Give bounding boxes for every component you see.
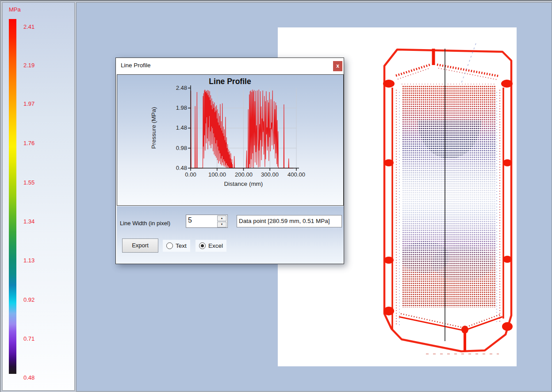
line-profile-dialog: Line Profile x Line Profile — [115, 58, 344, 264]
scale-tick-label: 1.13 — [23, 257, 45, 264]
radio-excel[interactable]: Excel — [196, 240, 226, 252]
manifold-hatch-left-inner — [398, 69, 429, 79]
bottom-chevron-dots-right — [464, 314, 501, 328]
radio-selected-dot — [201, 244, 204, 247]
ytick-label: 0.48 — [169, 165, 187, 172]
spinner-down-icon[interactable]: ▼ — [217, 222, 226, 227]
bottom-chevron-left — [399, 317, 464, 331]
dialog-titlebar[interactable]: Line Profile x — [116, 58, 344, 73]
xtick-label: 400.00 — [284, 171, 309, 178]
close-icon[interactable]: x — [333, 61, 342, 71]
profile-data-series — [191, 90, 293, 168]
color-scale-unit-label: MPa — [9, 6, 21, 13]
y-axis-title: Pressure (MPa) — [150, 97, 157, 159]
scale-tick-label: 1.55 — [23, 179, 45, 186]
scale-tick-label: 0.92 — [23, 296, 45, 304]
ytick-label: 1.98 — [169, 104, 187, 111]
ytick-label: 0.98 — [169, 145, 187, 152]
export-button[interactable]: Export — [122, 238, 158, 253]
data-point-readout[interactable]: Data point [280.59 mm, 0.51 MPa] — [237, 215, 342, 227]
radio-text-circle — [166, 242, 173, 249]
app-window: MPa 2.41 2.19 1.97 1.76 1.55 1.34 1.13 0… — [0, 0, 552, 392]
xtick-label: 0.00 — [178, 171, 203, 178]
spinner-up-icon[interactable]: ▲ — [217, 215, 226, 221]
bottom-chevron-right — [464, 317, 502, 331]
manifold-hatch-right — [437, 65, 499, 76]
scale-tick-label: 1.34 — [23, 218, 45, 225]
color-scale-gradient-bar — [9, 19, 16, 374]
chart-title: Line Profile — [186, 77, 274, 86]
stray-mark — [461, 43, 476, 83]
radio-text[interactable]: Text — [163, 240, 190, 252]
line-profile-plot — [191, 88, 296, 168]
bottom-chevron-dots-left — [401, 314, 464, 328]
xtick-label: 200.00 — [231, 171, 256, 178]
xtick-label: 300.00 — [257, 171, 282, 178]
line-width-value: 5 — [188, 216, 192, 224]
radio-text-label: Text — [176, 242, 187, 249]
xtick-label: 100.00 — [205, 171, 230, 178]
dialog-controls: Line Width (in pixel) 5 ▲ ▼ Data point [… — [117, 206, 344, 264]
manifold-hatch-right-inner — [438, 68, 497, 80]
color-scale-panel: MPa 2.41 2.19 1.97 1.76 1.55 1.34 1.13 0… — [2, 2, 75, 391]
line-width-label: Line Width (in pixel) — [120, 220, 170, 227]
scale-tick-label: 0.48 — [23, 374, 45, 381]
scale-tick-label: 0.71 — [23, 335, 45, 342]
scale-tick-label: 1.97 — [23, 100, 45, 108]
radio-excel-circle — [199, 242, 206, 249]
ytick-label: 2.48 — [169, 85, 187, 92]
scale-tick-label: 2.19 — [23, 61, 45, 69]
ytick-label: 1.48 — [169, 124, 187, 131]
dialog-title: Line Profile — [121, 62, 151, 69]
line-width-spinner[interactable]: 5 ▲ ▼ — [186, 215, 228, 228]
x-axis-title: Distance (mm) — [212, 181, 275, 187]
radio-excel-label: Excel — [208, 242, 223, 249]
scale-tick-label: 2.41 — [23, 23, 45, 31]
pressure-blob-lower-right — [431, 246, 493, 281]
scale-tick-label: 1.76 — [23, 139, 45, 147]
